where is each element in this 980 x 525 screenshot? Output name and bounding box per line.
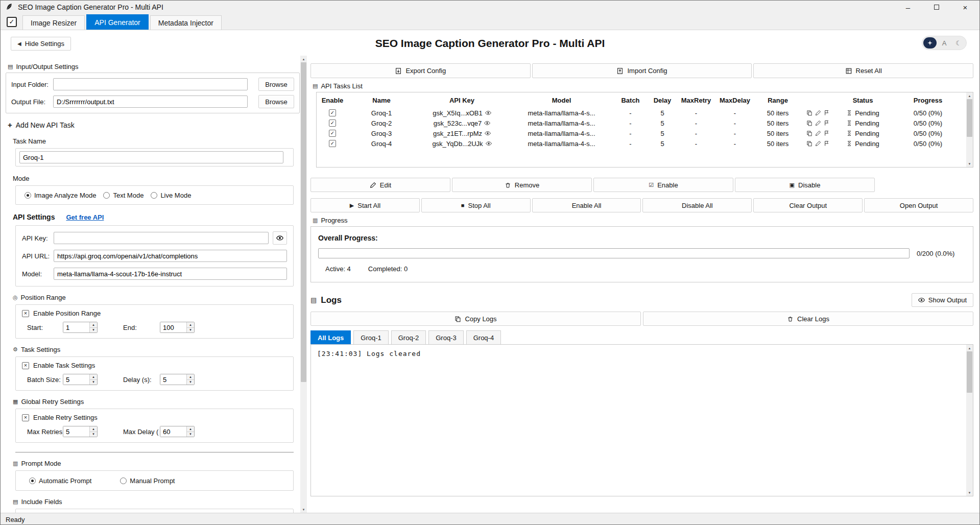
spin-up-icon[interactable]: ▲ [187,322,194,328]
start-all-button[interactable]: ▶ Start All [310,198,420,212]
flag-icon[interactable] [824,130,830,136]
spin-down-icon[interactable]: ▼ [90,432,97,437]
task-row-groq-3[interactable]: ✓ Groq-3 gsk_z1ET...rpMz meta-llama/llam… [317,128,966,138]
reset-all-button[interactable]: Reset All [753,63,973,78]
spin-up-icon[interactable]: ▲ [187,426,194,432]
clear-logs-button[interactable]: Clear Logs [643,312,973,326]
task-name-input[interactable] [19,151,283,163]
delay-input[interactable] [160,374,186,385]
delay-stepper[interactable]: ▲ ▼ [160,374,195,385]
batch-size-input[interactable] [63,374,89,385]
copy-icon[interactable] [806,140,812,147]
scroll-down-icon[interactable]: ▼ [966,160,973,167]
log-tab-groq-2[interactable]: Groq-2 [391,330,426,344]
task-row-groq-4[interactable]: ✓ Groq-4 gsk_YqDb...2UJk meta-llama/llam… [317,138,966,149]
copy-icon[interactable] [806,110,812,116]
tab-api-generator[interactable]: API Generator [86,14,149,30]
spin-up-icon[interactable]: ▲ [187,374,194,380]
open-output-button[interactable]: Open Output [864,198,973,212]
input-folder-field[interactable] [53,78,248,90]
manual-prompt-option[interactable]: Manual Prompt [120,477,175,485]
scroll-down-icon[interactable]: ▼ [966,489,973,496]
maximize-button[interactable] [922,1,951,14]
max-delay-input[interactable] [160,426,186,437]
browse-input-folder-button[interactable]: Browse [258,78,294,91]
clear-output-button[interactable]: Clear Output [753,198,863,212]
scroll-up-icon[interactable]: ▲ [966,345,973,351]
spin-up-icon[interactable]: ▲ [90,322,97,328]
edit-pencil-icon[interactable] [815,110,821,116]
task-enabled-checkbox[interactable]: ✓ [329,120,336,127]
enable-position-range-checkbox[interactable]: × Enable Position Range [22,309,287,317]
copy-icon[interactable] [806,120,812,126]
enable-button[interactable]: ☑ Enable [593,178,733,192]
tab-metadata-injector[interactable]: Metadata Injector [150,15,222,30]
eye-icon[interactable] [484,120,490,126]
eye-icon[interactable] [486,140,492,147]
mode-text-option[interactable]: Text Mode [103,192,144,199]
enable-task-settings-checkbox[interactable]: × Enable Task Settings [22,362,287,369]
start-stepper[interactable]: ▲ ▼ [63,322,98,333]
edit-button[interactable]: Edit [310,178,450,192]
api-key-input[interactable] [54,232,269,244]
get-free-api-link[interactable]: Get free API [66,213,104,221]
scrollbar-thumb[interactable] [967,99,972,137]
log-tab-groq-3[interactable]: Groq-3 [428,330,463,344]
theme-auto-button[interactable]: A [938,37,951,49]
log-tab-groq-4[interactable]: Groq-4 [466,330,501,344]
flag-icon[interactable] [824,120,830,126]
scrollbar-track[interactable] [966,99,973,160]
minimize-button[interactable]: – [894,1,922,14]
edit-pencil-icon[interactable] [815,130,821,136]
edit-pencil-icon[interactable] [815,140,821,147]
spin-up-icon[interactable]: ▲ [90,426,97,432]
batch-size-stepper[interactable]: ▲ ▼ [63,374,98,385]
scrollbar-thumb[interactable] [967,351,972,393]
scrollbar-track[interactable] [300,62,307,506]
flag-icon[interactable] [824,140,830,147]
spin-down-icon[interactable]: ▼ [187,380,194,385]
task-row-groq-2[interactable]: ✓ Groq-2 gsk_523c...vqe7 meta-llama/llam… [317,118,966,128]
task-enabled-checkbox[interactable]: ✓ [329,130,336,137]
spin-down-icon[interactable]: ▼ [90,328,97,333]
scrollbar-thumb[interactable] [301,62,306,382]
enable-retry-settings-checkbox[interactable]: × Enable Retry Settings [22,414,287,421]
task-enabled-checkbox[interactable]: ✓ [329,140,336,147]
spin-down-icon[interactable]: ▼ [187,432,194,437]
end-input[interactable] [160,322,186,332]
theme-dark-mode-button[interactable]: ☾ [952,37,965,49]
output-file-field[interactable] [53,96,248,108]
log-tab-all[interactable]: All Logs [310,330,351,344]
tasks-scrollbar[interactable]: ▲ ▼ [966,92,973,167]
mode-image-analyze-option[interactable]: Image Analyze Mode [25,192,96,199]
tab-image-resizer[interactable]: Image Resizer [22,15,85,30]
enable-all-button[interactable]: Enable All [532,198,641,212]
close-button[interactable]: × [951,1,979,14]
flag-icon[interactable] [824,110,830,116]
stop-all-button[interactable]: ■ Stop All [421,198,531,212]
max-retries-stepper[interactable]: ▲ ▼ [63,426,98,437]
settings-scrollbar[interactable]: ▲ ▼ [300,56,307,513]
theme-accent-button[interactable] [923,37,937,49]
scroll-up-icon[interactable]: ▲ [966,92,973,99]
scroll-up-icon[interactable]: ▲ [300,56,307,62]
import-config-button[interactable]: Import Config [532,63,752,78]
copy-icon[interactable] [806,130,812,136]
log-tab-groq-1[interactable]: Groq-1 [353,330,388,344]
export-config-button[interactable]: Export Config [310,63,531,78]
copy-logs-button[interactable]: Copy Logs [310,312,641,326]
api-key-reveal-button[interactable] [273,231,287,245]
mode-live-option[interactable]: Live Mode [151,192,191,199]
edit-pencil-icon[interactable] [815,120,821,126]
scroll-down-icon[interactable]: ▼ [300,506,307,513]
disable-all-button[interactable]: Disable All [642,198,752,212]
max-delay-stepper[interactable]: ▲ ▼ [160,426,195,437]
show-output-button[interactable]: Show Output [912,293,973,307]
start-input[interactable] [63,322,89,332]
eye-icon[interactable] [485,130,491,136]
api-url-input[interactable] [54,250,287,262]
logs-scrollbar[interactable]: ▲ ▼ [966,345,973,496]
eye-icon[interactable] [485,110,491,116]
scrollbar-track[interactable] [966,351,973,489]
spin-down-icon[interactable]: ▼ [187,328,194,333]
